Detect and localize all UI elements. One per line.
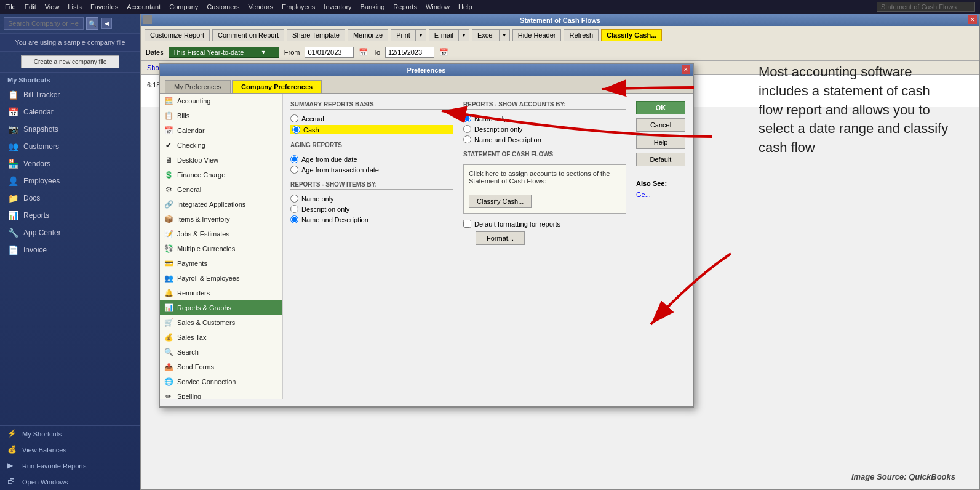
pref-bills[interactable]: 📋 Bills — [160, 108, 282, 123]
sidebar-nav-back[interactable]: ◀ — [101, 18, 112, 29]
print-split-button[interactable]: Print ▼ — [391, 29, 426, 41]
sidebar-search-input[interactable] — [4, 17, 84, 30]
cancel-button[interactable]: Cancel — [636, 118, 685, 132]
pref-desktop-view[interactable]: 🖥 Desktop View — [160, 153, 282, 167]
pref-sales-customers[interactable]: 🛒 Sales & Customers — [160, 315, 282, 330]
from-date-input[interactable] — [305, 47, 354, 58]
tab-my-preferences[interactable]: My Preferences — [165, 80, 231, 93]
pref-calendar[interactable]: 📅 Calendar — [160, 123, 282, 138]
print-dropdown-arrow[interactable]: ▼ — [415, 29, 426, 41]
from-calendar-icon[interactable]: 📅 — [359, 48, 368, 57]
email-split-button[interactable]: E-mail ▼ — [429, 29, 469, 41]
menu-help[interactable]: Help — [458, 3, 472, 10]
memorize-button[interactable]: Memorize — [348, 29, 388, 41]
to-calendar-icon[interactable]: 📅 — [439, 48, 448, 57]
menu-reports[interactable]: Reports — [393, 3, 417, 10]
default-button[interactable]: Default — [636, 153, 685, 166]
pref-search[interactable]: 🔍 Search — [160, 345, 282, 359]
format-button[interactable]: Format... — [476, 231, 525, 245]
ok-button[interactable]: OK — [636, 101, 685, 114]
pref-spelling[interactable]: ✏ Spelling — [160, 389, 282, 399]
excel-button[interactable]: Excel — [472, 29, 499, 41]
sidebar-item-bill-tracker[interactable]: 📋 Bill Tracker — [0, 86, 140, 103]
age-transaction-radio[interactable] — [290, 166, 298, 174]
menu-employees[interactable]: Employees — [282, 3, 315, 10]
accrual-radio[interactable] — [290, 114, 298, 122]
items-name-only-radio[interactable] — [290, 195, 298, 203]
dates-dropdown[interactable]: This Fiscal Year-to-date ▼ — [169, 47, 279, 58]
sidebar-item-snapshots[interactable]: 📷 Snapshots — [0, 121, 140, 138]
menu-company[interactable]: Company — [169, 3, 198, 10]
sidebar-run-favorite-reports[interactable]: ▶ Run Favorite Reports — [0, 458, 140, 474]
items-name-and-desc[interactable]: Name and Description — [290, 215, 453, 223]
items-desc-only-radio[interactable] — [290, 205, 298, 213]
to-date-input[interactable] — [385, 47, 434, 58]
pref-sales-tax[interactable]: 💰 Sales Tax — [160, 330, 282, 345]
menu-view[interactable]: View — [45, 3, 60, 10]
pref-service-connection[interactable]: 🌐 Service Connection — [160, 374, 282, 389]
menu-customers[interactable]: Customers — [207, 3, 239, 10]
pref-payments[interactable]: 💳 Payments — [160, 256, 282, 271]
pref-checking[interactable]: ✔ Checking — [160, 138, 282, 153]
help-button[interactable]: Help — [636, 135, 685, 149]
pref-general[interactable]: ⚙ General — [160, 182, 282, 197]
sidebar-item-app-center[interactable]: 🔧 App Center — [0, 224, 140, 241]
classify-cash-dialog-button[interactable]: Classify Cash... — [469, 195, 532, 208]
excel-split-button[interactable]: Excel ▼ — [472, 29, 510, 41]
email-dropdown-arrow[interactable]: ▼ — [458, 29, 469, 41]
pref-payroll-employees[interactable]: 👥 Payroll & Employees — [160, 271, 282, 286]
hide-header-button[interactable]: Hide Header — [512, 29, 562, 41]
menu-lists[interactable]: Lists — [68, 3, 82, 10]
pref-finance-charge[interactable]: 💲 Finance Charge — [160, 167, 282, 182]
comment-on-report-button[interactable]: Comment on Report — [212, 29, 284, 41]
acct-name-only[interactable]: Name only — [463, 114, 626, 122]
sidebar-item-calendar[interactable]: 📅 Calendar — [0, 103, 140, 121]
classify-cash-button[interactable]: Classify Cash... — [601, 29, 662, 41]
pref-send-forms[interactable]: 📤 Send Forms — [160, 359, 282, 374]
menu-edit[interactable]: Edit — [25, 3, 36, 10]
statement-close-button[interactable]: ✕ — [968, 15, 977, 24]
accrual-option[interactable]: Accrual — [290, 114, 453, 122]
acct-desc-only-radio[interactable] — [463, 125, 471, 133]
sidebar-item-docs[interactable]: 📁 Docs — [0, 190, 140, 207]
menu-inventory[interactable]: Inventory — [324, 3, 351, 10]
share-template-button[interactable]: Share Template — [287, 29, 345, 41]
items-name-and-desc-radio[interactable] — [290, 215, 298, 223]
top-search-input[interactable] — [877, 2, 975, 12]
pref-jobs-estimates[interactable]: 📝 Jobs & Estimates — [160, 227, 282, 241]
default-formatting-checkbox[interactable] — [463, 220, 471, 228]
sidebar-item-invoice[interactable]: 📄 Invoice — [0, 241, 140, 259]
tab-company-preferences[interactable]: Company Preferences — [232, 80, 322, 93]
refresh-button[interactable]: Refresh — [564, 29, 599, 41]
acct-desc-only[interactable]: Description only — [463, 125, 626, 133]
items-desc-only[interactable]: Description only — [290, 205, 453, 213]
menu-file[interactable]: File — [5, 3, 16, 10]
general-link[interactable]: Ge... — [636, 191, 651, 198]
pref-reports-graphs[interactable]: 📊 Reports & Graphs — [160, 300, 282, 315]
sidebar-item-customers[interactable]: 👥 Customers — [0, 138, 140, 155]
pref-integrated-apps[interactable]: 🔗 Integrated Applications — [160, 197, 282, 212]
menu-accountant[interactable]: Accountant — [127, 3, 161, 10]
menu-favorites[interactable]: Favorites — [90, 3, 118, 10]
menu-window[interactable]: Window — [426, 3, 450, 10]
sidebar-my-shortcuts[interactable]: ⚡ My Shortcuts — [0, 426, 140, 442]
customize-report-button[interactable]: Customize Report — [145, 29, 210, 41]
acct-name-only-radio[interactable] — [463, 114, 471, 122]
cash-option[interactable]: Cash — [290, 125, 453, 134]
items-name-only[interactable]: Name only — [290, 195, 453, 203]
dialog-close-button[interactable]: ✕ — [682, 65, 690, 74]
sidebar-search-button[interactable]: 🔍 — [86, 17, 98, 30]
age-transaction-option[interactable]: Age from transaction date — [290, 166, 453, 174]
pref-accounting[interactable]: 🧮 Accounting — [160, 94, 282, 108]
acct-name-and-desc[interactable]: Name and Description — [463, 135, 626, 143]
menu-vendors[interactable]: Vendors — [249, 3, 273, 10]
age-due-date-radio[interactable] — [290, 155, 298, 163]
print-button[interactable]: Print — [391, 29, 415, 41]
sidebar-item-employees[interactable]: 👤 Employees — [0, 172, 140, 190]
sidebar-item-vendors[interactable]: 🏪 Vendors — [0, 155, 140, 172]
sidebar-open-windows[interactable]: 🗗 Open Windows — [0, 474, 140, 490]
default-formatting-option[interactable]: Default formatting for reports — [463, 220, 626, 228]
pref-items-inventory[interactable]: 📦 Items & Inventory — [160, 212, 282, 227]
age-due-date-option[interactable]: Age from due date — [290, 155, 453, 163]
sidebar-item-reports[interactable]: 📊 Reports — [0, 207, 140, 224]
